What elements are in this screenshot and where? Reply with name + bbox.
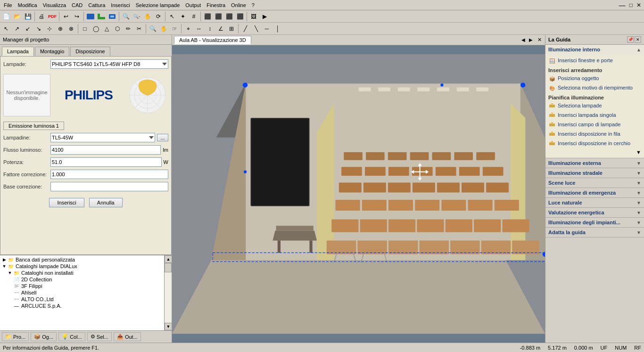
menu-online[interactable]: Online xyxy=(228,1,249,9)
tree-btn-col[interactable]: 💡 Col... xyxy=(58,332,85,341)
accordion-emergenza-header[interactable]: Illuminazione di emergenza ▼ xyxy=(545,188,644,197)
redo-btn[interactable]: ↪ xyxy=(72,11,82,22)
draw4-btn[interactable]: ⬡ xyxy=(112,24,123,34)
tree-item-2dcollection[interactable]: 📄 2D Collection xyxy=(1,276,163,283)
accordion-scene-header[interactable]: Scene luce ▼ xyxy=(545,178,644,188)
zoom2-btn[interactable]: 🔍 xyxy=(148,24,158,34)
menu-finestra[interactable]: Finestra xyxy=(204,1,228,9)
view-front-btn[interactable]: ⬛ xyxy=(213,11,223,22)
select4-btn[interactable]: ↘ xyxy=(33,24,44,34)
tree-item-cataloghi[interactable]: ▼ 📁 Cataloghi lampade DIALux xyxy=(1,263,163,270)
move-btn[interactable]: ✋ xyxy=(142,11,153,22)
grid-btn[interactable]: # xyxy=(189,11,199,22)
tab-lampada[interactable]: Lampada xyxy=(2,47,34,56)
pan-btn[interactable]: ✋ xyxy=(158,24,169,34)
scroll-down-indicator[interactable]: ▼ xyxy=(548,148,641,156)
line2-btn[interactable]: ╲ xyxy=(251,24,261,34)
open-btn[interactable]: 📂 xyxy=(12,11,22,22)
accordion-adatta-header[interactable]: Adatta la guida ▼ xyxy=(545,228,644,237)
view-all-btn[interactable]: ⬛ xyxy=(235,11,245,22)
draw2-btn[interactable]: ◯ xyxy=(91,24,101,34)
close-view-btn[interactable]: ✕ xyxy=(536,36,543,44)
menu-cattura[interactable]: Cattura xyxy=(85,1,108,9)
nav-prev-btn[interactable]: ◀ xyxy=(520,36,527,44)
accordion-esterna-header[interactable]: Illuminazione esterna ▼ xyxy=(545,158,644,168)
line1-btn[interactable]: ╱ xyxy=(240,24,250,34)
select5-btn[interactable]: ⊹ xyxy=(44,24,55,34)
cursor-btn[interactable]: ↖ xyxy=(167,11,177,22)
guide-item-finestre[interactable]: 🪟 Inserisci finestre e porte xyxy=(548,56,641,65)
draw5-btn[interactable]: ✏ xyxy=(123,24,133,34)
rotate-btn[interactable]: ⟳ xyxy=(153,11,164,22)
video-btn[interactable]: ▶ xyxy=(259,11,270,22)
view-tab-3d[interactable]: Aula AB - Visualizzazione 3D xyxy=(174,36,251,44)
tree-item-alto[interactable]: ~~ ALTO CO.,Ltd xyxy=(1,296,163,303)
accordion-interno-header[interactable]: Illuminazione interno ▲ xyxy=(545,45,644,54)
scroll-up-btn[interactable]: ▲ xyxy=(165,255,172,263)
render-btn[interactable]: 🖼 xyxy=(248,11,259,22)
view-top-btn[interactable]: ⬛ xyxy=(202,11,213,22)
menu-help[interactable]: ? xyxy=(249,1,257,9)
menu-modifica[interactable]: Modifica xyxy=(15,1,40,9)
print-btn[interactable]: 🖨 xyxy=(36,11,47,22)
cancel-button[interactable]: Annulla xyxy=(89,198,123,207)
potenza-input[interactable] xyxy=(50,157,162,167)
undo-btn[interactable]: ↩ xyxy=(61,11,71,22)
guide-item-motivo[interactable]: 🎨 Seleziona motivo di riempimento xyxy=(548,83,641,93)
draw3-btn[interactable]: △ xyxy=(101,24,112,34)
green-L-btn[interactable] xyxy=(96,11,107,22)
draw1-btn[interactable]: □ xyxy=(80,24,90,34)
menu-inserisci[interactable]: Inserisci xyxy=(108,1,132,9)
accordion-stradale-header[interactable]: Illuminazione stradale ▼ xyxy=(545,168,644,178)
new-btn[interactable]: 📄 xyxy=(1,11,11,22)
guide-item-fila[interactable]: Inserisci disposizione in fila xyxy=(548,130,641,139)
viewport-3d[interactable] xyxy=(172,45,545,343)
line3-btn[interactable]: ─ xyxy=(262,24,272,34)
guide-item-singola[interactable]: Inserisci lampada singola xyxy=(548,111,641,120)
tree-item-ahlsell[interactable]: ~~ Ahlsell xyxy=(1,289,163,296)
hand-btn[interactable]: ☞ xyxy=(169,24,180,34)
meas3-btn[interactable]: ↕ xyxy=(205,24,215,34)
lamp-select[interactable]: PHILIPS TCS460 1xTL5-45W HFP D8 xyxy=(50,59,168,69)
menu-output[interactable]: Output xyxy=(182,1,204,9)
line4-btn[interactable]: │ xyxy=(272,24,283,34)
base-input[interactable] xyxy=(50,182,168,191)
menu-cad[interactable]: CAD xyxy=(69,1,85,9)
guide-item-campo[interactable]: Inserisci campo di lampade xyxy=(548,120,641,130)
meas5-btn[interactable]: ⊞ xyxy=(226,24,237,34)
select2-btn[interactable]: ↗ xyxy=(12,24,22,34)
guide-item-cerchio[interactable]: Inserisci disposizione in cerchio xyxy=(548,139,641,148)
right-close-btn[interactable]: ✕ xyxy=(635,36,641,43)
tree-item-arcluce[interactable]: — ARCLUCE S.p.A. xyxy=(1,303,163,309)
draw6-btn[interactable]: ✂ xyxy=(134,24,144,34)
tree-item-banca[interactable]: ▶ 📁 Banca dati personalizzata xyxy=(1,256,163,263)
guide-item-seleziona[interactable]: Seleziona lampade xyxy=(548,101,641,111)
select-btn[interactable]: ↖ xyxy=(1,24,11,34)
menu-file[interactable]: File xyxy=(1,1,15,9)
maximize-btn[interactable]: □ xyxy=(627,2,635,8)
scroll-down-btn[interactable]: ▼ xyxy=(165,323,172,330)
meas2-btn[interactable]: ↔ xyxy=(194,24,204,34)
lampadine-select[interactable]: TL5-45W xyxy=(50,133,155,142)
minimize-btn[interactable]: — xyxy=(617,1,627,9)
guide-item-posiziona[interactable]: 📦 Posiziona oggetto xyxy=(548,74,641,83)
tree-btn-pro[interactable]: 📁 Pro... xyxy=(2,332,29,341)
flusso-input[interactable] xyxy=(50,145,161,155)
meas1-btn[interactable]: ⌖ xyxy=(183,24,193,34)
snap-btn[interactable]: ✦ xyxy=(178,11,188,22)
tree-btn-out[interactable]: 📤 Out... xyxy=(114,332,141,341)
blue-rect-btn[interactable] xyxy=(85,11,96,22)
accordion-energetica-header[interactable]: Valutazione energetica ▼ xyxy=(545,208,644,217)
tab-disposizione[interactable]: Disposizione xyxy=(70,47,110,56)
right-pin-btn[interactable]: 📌 xyxy=(627,36,634,43)
tab-montaggio[interactable]: Montaggio xyxy=(35,47,69,56)
view-3d-btn[interactable]: ⬛ xyxy=(224,11,234,22)
pdf-btn[interactable]: PDF xyxy=(47,11,58,22)
tree-item-3ffilippi[interactable]: 3F 3F Filippi xyxy=(1,283,163,289)
tree-btn-og[interactable]: 📦 Og... xyxy=(31,332,57,341)
fattore-input[interactable] xyxy=(50,170,168,179)
select3-btn[interactable]: ↙ xyxy=(23,24,33,34)
nav-next-btn[interactable]: ▶ xyxy=(527,36,535,44)
menu-visualizza[interactable]: Visualizza xyxy=(40,1,69,9)
tree-item-non-installati[interactable]: ▼ 📁 Cataloghi non installati xyxy=(1,270,163,276)
